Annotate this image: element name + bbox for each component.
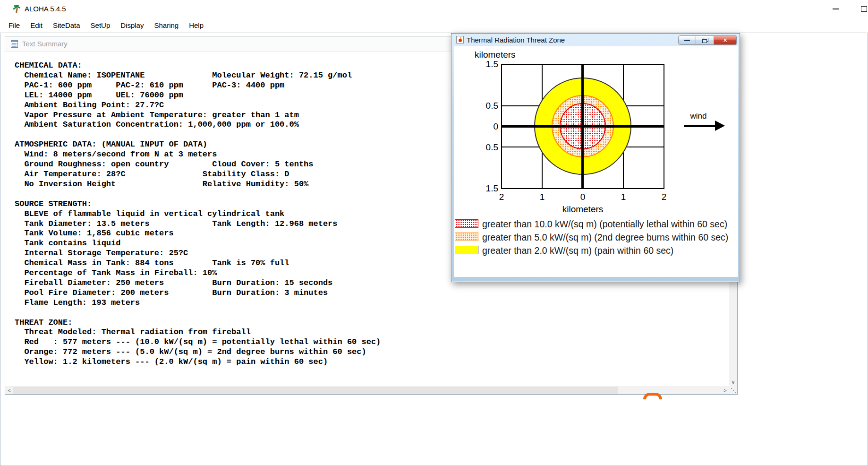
window-close-button[interactable]: × (714, 35, 737, 45)
scroll-right-icon[interactable]: > (721, 386, 729, 394)
aloha-logo-icon (12, 5, 21, 13)
menu-item-sharing[interactable]: Sharing (149, 19, 184, 32)
legend-item-red: greater than 10.0 kW/(sq m) (potentially… (454, 219, 738, 229)
y-axis-line (581, 65, 584, 188)
window-controls: × (678, 35, 737, 45)
text-summary-text: CHEMICAL DATA: Chemical Name: ISOPENTANE… (15, 61, 381, 367)
window-restore-button[interactable] (696, 35, 714, 45)
resize-grip[interactable] (731, 388, 732, 389)
legend-label: greater than 10.0 kW/(sq m) (potentially… (482, 219, 727, 230)
scroll-left-icon[interactable]: < (5, 386, 13, 394)
background-window-fragment (643, 393, 662, 399)
app-titlebar[interactable]: ALOHA 5.4.5 (0, 0, 868, 18)
legend-item-yellow: greater than 2.0 kW/(sq m) (pain within … (454, 245, 738, 256)
menu-item-display[interactable]: Display (115, 19, 149, 32)
x-tick-label: 1 (533, 192, 552, 202)
x-tick-label: 2 (655, 192, 673, 202)
legend-item-orange: greater than 5.0 kW/(sq m) (2nd degree b… (454, 232, 738, 242)
threat-zone-title: Thermal Radiation Threat Zone (467, 36, 565, 44)
threat-zone-plot (501, 64, 664, 189)
menu-item-sitedata[interactable]: SiteData (48, 19, 85, 32)
palm-trunk (16, 8, 18, 13)
legend-swatch-red (455, 219, 478, 228)
menu-item-file[interactable]: File (3, 19, 25, 32)
maximize-icon (861, 6, 867, 12)
app-maximize-button[interactable] (853, 0, 868, 18)
app-title: ALOHA 5.4.5 (25, 5, 66, 13)
close-icon: × (723, 36, 727, 44)
y-tick-label: 0.5 (478, 142, 498, 153)
horizontal-scrollbar[interactable]: < > (5, 386, 729, 394)
y-axis-unit-label: kilometers (475, 50, 516, 60)
legend-label: greater than 5.0 kW/(sq m) (2nd degree b… (482, 232, 728, 243)
x-tick-label: 2 (492, 192, 511, 202)
menu-item-edit[interactable]: Edit (25, 19, 48, 32)
legend-swatch-yellow (455, 246, 478, 254)
document-icon (11, 40, 18, 48)
app-minimize-button[interactable] (825, 0, 847, 18)
x-axis-unit-label: kilometers (545, 204, 621, 215)
wind-arrow-icon (684, 125, 715, 127)
wind-label: wind (680, 112, 717, 121)
y-tick-label: 0.5 (478, 101, 498, 111)
menu-item-setup[interactable]: SetUp (85, 19, 116, 32)
threat-zone-titlebar[interactable]: Thermal Radiation Threat Zone × (451, 34, 740, 46)
threat-zone-window: Thermal Radiation Threat Zone × kilomete… (451, 33, 740, 282)
x-tick-label: 0 (573, 192, 592, 202)
legend-label: greater than 2.0 kW/(sq m) (pain within … (482, 245, 673, 256)
restore-icon (702, 38, 708, 43)
y-tick-label: 0 (478, 121, 498, 132)
horizontal-scrollbar-thumb[interactable] (13, 387, 618, 394)
scrollbar-corner (729, 386, 737, 394)
minimize-icon (684, 40, 690, 41)
scroll-down-icon[interactable]: ∨ (729, 378, 737, 386)
fireball-dot-icon (459, 39, 462, 42)
menu-item-help[interactable]: Help (184, 19, 209, 32)
minimize-icon (833, 9, 839, 9)
wind-arrow-head-icon (715, 121, 725, 131)
y-tick-label: 1.5 (478, 59, 498, 69)
x-tick-label: 1 (614, 192, 633, 202)
threat-zone-icon (456, 36, 464, 43)
menu-bar: File Edit SiteData SetUp Display Sharing… (0, 18, 868, 33)
window-minimize-button[interactable] (678, 35, 696, 45)
text-summary-title: Text Summary (22, 40, 68, 48)
legend-swatch-orange (455, 233, 478, 241)
threat-zone-content: kilometers 1.5 0.5 0 0.5 1.5 2 1 0 1 2 (454, 46, 738, 277)
aloha-app-window: ALOHA 5.4.5 File Edit SiteData SetUp Dis… (0, 0, 868, 466)
